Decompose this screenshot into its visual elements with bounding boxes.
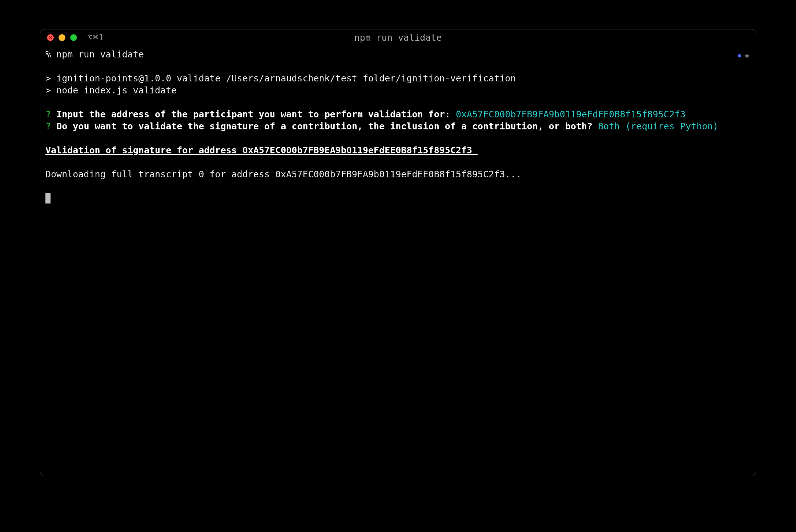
tab-shortcut-label: ⌥⌘1 (87, 32, 104, 43)
question-mark-icon: ? (45, 109, 51, 120)
activity-dot-icon (738, 54, 741, 57)
prompt-question-1: ? Input the address of the participant y… (45, 108, 751, 120)
cursor-icon (45, 193, 51, 203)
validation-heading: Validation of signature for address 0xA5… (45, 144, 478, 156)
minimize-icon[interactable] (59, 34, 65, 41)
question-2-text: Do you want to validate the signature of… (56, 121, 592, 132)
section-heading-line: Validation of signature for address 0xA5… (45, 144, 751, 156)
dirty-star-icon: ✱ (745, 50, 749, 62)
question-1-text: Input the address of the participant you… (56, 109, 450, 120)
cursor-line (45, 192, 751, 204)
prompt-question-2: ? Do you want to validate the signature … (45, 120, 751, 132)
npm-script-header-line: > ignition-points@1.0.0 validate /Users/… (45, 72, 751, 84)
window-title: npm run validate (354, 32, 442, 43)
maximize-icon[interactable] (70, 34, 77, 41)
traffic-lights (47, 34, 77, 41)
close-icon[interactable] (47, 34, 54, 41)
npm-script-command-line: > node index.js validate (45, 84, 751, 96)
question-2-answer: Both (requires Python) (598, 121, 718, 132)
terminal-window: ⌥⌘1 npm run validate ✱ % npm run validat… (40, 29, 756, 476)
downloading-status-line: Downloading full transcript 0 for addres… (45, 168, 751, 180)
question-mark-icon: ? (45, 121, 51, 132)
status-indicators: ✱ (738, 50, 749, 62)
prompt-line: % npm run validate (45, 48, 751, 60)
titlebar: ⌥⌘1 npm run validate (40, 29, 756, 45)
question-1-answer: 0xA57EC000b7FB9EA9b0119eFdEE0B8f15f895C2… (456, 109, 686, 120)
terminal-body[interactable]: ✱ % npm run validate > ignition-points@1… (40, 45, 756, 207)
